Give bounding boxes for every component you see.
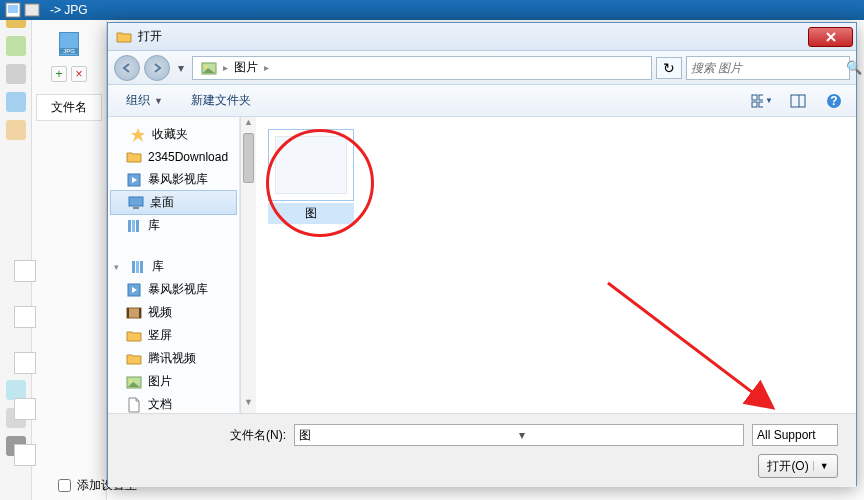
video-icon: [126, 305, 142, 321]
sidebar-item-documents[interactable]: 文档: [108, 393, 239, 413]
sidebar-item-baofeng-lib[interactable]: 暴风影视库: [108, 278, 239, 301]
add-settings-checkbox-input[interactable]: [58, 479, 71, 492]
close-button[interactable]: [808, 27, 853, 47]
scrollbar-thumb[interactable]: [243, 133, 254, 183]
folder-icon: [126, 328, 142, 344]
organize-button[interactable]: 组织 ▼: [118, 89, 171, 112]
sidebar-item-tencent[interactable]: 腾讯视频: [108, 347, 239, 370]
open-button-label: 打开(O): [767, 458, 808, 475]
svg-rect-1: [8, 5, 18, 13]
svg-rect-18: [136, 220, 139, 232]
search-icon: 🔍: [846, 60, 862, 75]
filename-header: 文件名: [36, 94, 102, 121]
breadcrumb-location[interactable]: 图片: [230, 57, 262, 78]
star-icon: [130, 127, 146, 143]
sidebar-label: 图片: [148, 373, 172, 390]
jpg-format-icon[interactable]: [59, 32, 79, 56]
file-item[interactable]: 图: [268, 129, 354, 224]
forward-button[interactable]: [144, 55, 170, 81]
sidebar-favorites-header[interactable]: 收藏夹: [108, 123, 239, 146]
arrow-right-icon: [151, 62, 163, 74]
history-dropdown[interactable]: ▾: [174, 55, 188, 81]
arrow-left-icon: [121, 62, 133, 74]
app-icon: [24, 2, 42, 18]
sidebar-label: 桌面: [150, 194, 174, 211]
folder-icon: [116, 29, 132, 45]
chevron-down-icon: ▼: [154, 96, 163, 106]
breadcrumb[interactable]: ▸ 图片 ▸: [192, 56, 652, 80]
sidebar-label: 2345Download: [148, 150, 228, 164]
sidebar-label: 暴风影视库: [148, 171, 208, 188]
search-input[interactable]: [691, 61, 842, 75]
folder-icon: [126, 351, 142, 367]
filter-label: All Support: [757, 428, 833, 442]
dialog-bottom-panel: 文件名(N): 图 ▾ All Support 打开(O) ▼: [108, 413, 856, 487]
library-icon: [126, 218, 142, 234]
add-icon[interactable]: +: [51, 66, 67, 82]
svg-rect-5: [752, 95, 757, 100]
sidebar-item-desktop[interactable]: 桌面: [110, 190, 237, 215]
chevron-right-icon[interactable]: ▸: [264, 62, 269, 73]
document-icon: [126, 397, 142, 413]
help-button[interactable]: ?: [822, 90, 846, 112]
pictures-library-icon: [201, 60, 217, 76]
refresh-button[interactable]: ↻: [656, 57, 682, 79]
desktop-icon: [128, 195, 144, 211]
sidebar-item-videos[interactable]: 视频: [108, 301, 239, 324]
thumbnails-icon: [751, 94, 763, 108]
svg-rect-16: [128, 220, 131, 232]
chevron-right-icon[interactable]: ▸: [223, 62, 228, 73]
help-icon: ?: [826, 93, 842, 109]
file-thumbnail: [268, 129, 354, 201]
dialog-toolbar: 组织 ▼ 新建文件夹 ▼ ?: [108, 85, 856, 117]
svg-rect-24: [127, 308, 129, 318]
open-dialog: 打开 ▾ ▸ 图片 ▸ ↻ 🔍 组织 ▼: [107, 22, 857, 486]
sidebar-libraries-header[interactable]: ▾ 库: [108, 255, 239, 278]
preview-pane-button[interactable]: [786, 90, 810, 112]
chevron-down-icon: ▼: [765, 96, 773, 105]
sidebar-label: 竖屏: [148, 327, 172, 344]
svg-rect-8: [759, 102, 763, 107]
svg-rect-7: [752, 102, 757, 107]
sidebar-label: 收藏夹: [152, 126, 188, 143]
filename-input[interactable]: 图 ▾: [294, 424, 744, 446]
new-folder-label: 新建文件夹: [191, 92, 251, 109]
app-icon: [5, 2, 21, 18]
breadcrumb-root[interactable]: [197, 58, 221, 78]
collapse-icon[interactable]: ▾: [114, 262, 124, 272]
svg-rect-21: [140, 261, 143, 273]
sidebar-item-portrait[interactable]: 竖屏: [108, 324, 239, 347]
file-list-pane[interactable]: 图: [256, 117, 856, 413]
sidebar-item-pictures[interactable]: 图片: [108, 370, 239, 393]
pictures-icon: [126, 374, 142, 390]
background-sidebar: + × 文件名: [32, 20, 107, 500]
sidebar-label: 文档: [148, 396, 172, 413]
svg-rect-25: [139, 308, 141, 318]
sidebar-label: 库: [152, 258, 164, 275]
open-button[interactable]: 打开(O) ▼: [758, 454, 838, 478]
background-title-bar: -> JPG: [0, 0, 864, 20]
back-button[interactable]: [114, 55, 140, 81]
file-name-label: 图: [268, 203, 354, 224]
dialog-title-bar: 打开: [108, 23, 856, 51]
new-folder-button[interactable]: 新建文件夹: [183, 89, 259, 112]
sidebar-label: 腾讯视频: [148, 350, 196, 367]
dialog-content: 收藏夹 2345Download 暴风影视库 桌面 库 ▾ 库: [108, 117, 856, 413]
remove-icon[interactable]: ×: [71, 66, 87, 82]
chevron-down-icon[interactable]: ▾: [519, 428, 739, 442]
sidebar-label: 视频: [148, 304, 172, 321]
search-box[interactable]: 🔍: [686, 56, 850, 80]
library-icon: [130, 259, 146, 275]
sidebar-item-library-fav[interactable]: 库: [108, 214, 239, 237]
file-type-filter[interactable]: All Support: [752, 424, 838, 446]
split-chevron-icon[interactable]: ▼: [813, 461, 829, 471]
view-mode-button[interactable]: ▼: [750, 90, 774, 112]
sidebar-scrollbar[interactable]: ▲ ▼: [240, 117, 256, 413]
address-bar: ▾ ▸ 图片 ▸ ↻ 🔍: [108, 51, 856, 85]
filename-value: 图: [299, 427, 519, 444]
sidebar-label: 暴风影视库: [148, 281, 208, 298]
sidebar-item-2345download[interactable]: 2345Download: [108, 146, 239, 168]
svg-rect-14: [129, 197, 143, 206]
sidebar-item-baofeng[interactable]: 暴风影视库: [108, 168, 239, 191]
svg-rect-6: [759, 95, 763, 100]
